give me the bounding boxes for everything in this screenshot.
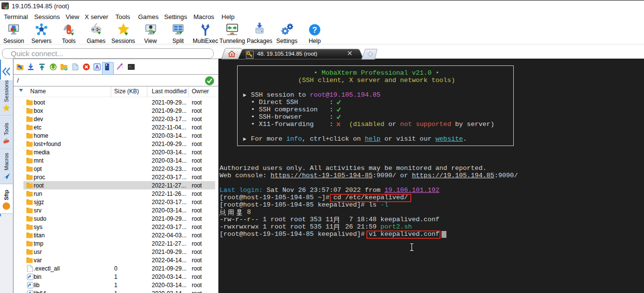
svg-text:A: A xyxy=(95,64,99,70)
svg-text:>_: >_ xyxy=(129,65,132,68)
svg-text:?: ? xyxy=(312,26,317,34)
svg-text:>_: >_ xyxy=(2,3,6,6)
